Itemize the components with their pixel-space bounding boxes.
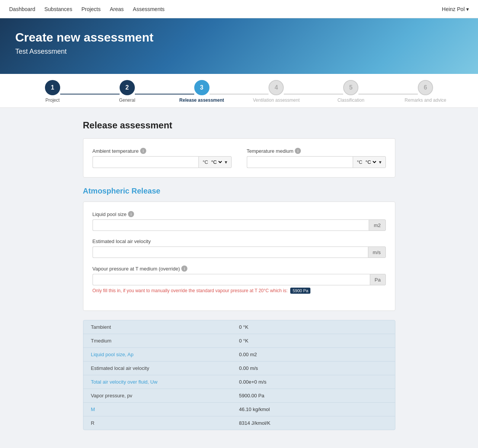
table-cell-label: Tmedium [91, 338, 239, 344]
ambient-temp-input-group: °C °C °F K ▾ [93, 156, 232, 168]
temperature-row: Ambient temperature i °C °C °F K ▾ [93, 148, 386, 168]
table-row: R 8314 J/kmol/K [83, 416, 395, 430]
temp-medium-label: Temperature medium i [247, 148, 386, 154]
table-cell-label: Tambient [91, 324, 239, 330]
table-cell-value: 8314 J/kmol/K [239, 420, 387, 426]
step-label-3: Release assessment [179, 98, 224, 103]
step-circle-4: 4 [269, 80, 284, 95]
nav-dashboard[interactable]: Dashboard [9, 6, 35, 12]
table-cell-label: M [91, 406, 239, 412]
table-cell-value: 46.10 kg/kmol [239, 406, 387, 412]
vapour-pressure-input[interactable] [93, 274, 370, 285]
table-cell-label: Total air velocity over fluid, Uw [91, 379, 239, 385]
table-row: Liquid pool size, Ap 0.00 m2 [83, 348, 395, 362]
liquid-pool-group: Liquid pool size i m2 [93, 211, 386, 231]
ambient-unit-chevron-icon: ▾ [225, 159, 227, 165]
step-4: 4 Ventilation assessment [239, 80, 313, 103]
username-label: Heinz Pol [442, 6, 465, 12]
liquid-pool-input-group: m2 [93, 219, 386, 231]
table-cell-label: Vapor pressure, pv [91, 393, 239, 398]
table-cell-value: 5900.00 Pa [239, 393, 387, 398]
nav-areas[interactable]: Areas [110, 6, 124, 12]
step-circle-5: 5 [343, 80, 358, 95]
hero-title: Create new assessment [15, 30, 463, 45]
section-title: Release assessment [83, 120, 395, 131]
step-2[interactable]: 2 General [90, 80, 165, 103]
atmospheric-release-title: Atmospheric Release [83, 187, 395, 195]
air-velocity-input-group: m/s [93, 246, 386, 258]
nav-assessments[interactable]: Assessments [133, 6, 165, 12]
step-label-4: Ventilation assessment [253, 98, 300, 103]
temp-medium-info-icon[interactable]: i [295, 148, 301, 154]
vapour-pressure-label: Vapour pressure at T medium (override) i [93, 266, 386, 272]
hero-subtitle: Test Assessment [15, 48, 463, 56]
override-hint: Only fill this in, if you want to manual… [93, 288, 386, 294]
vapour-pressure-unit: Pa [370, 274, 386, 285]
step-label-2: General [119, 98, 135, 103]
step-3[interactable]: 3 Release assessment [165, 80, 239, 103]
temp-medium-input-group: °C °C °F K ▾ [247, 156, 386, 168]
step-label-6: Remarks and advice [404, 98, 446, 103]
temp-medium-chevron-icon: ▾ [379, 159, 382, 165]
table-row: Estimated local air velocity 0.00 m/s [83, 362, 395, 375]
temp-medium-unit[interactable]: °C °C °F K ▾ [353, 156, 386, 168]
temp-medium-group: Temperature medium i °C °C °F K ▾ [247, 148, 386, 168]
temperature-card: Ambient temperature i °C °C °F K ▾ [83, 138, 395, 178]
nav-projects[interactable]: Projects [82, 6, 101, 12]
table-row: Total air velocity over fluid, Uw 0.00e+… [83, 375, 395, 389]
liquid-pool-unit: m2 [369, 219, 385, 231]
step-circle-6: 6 [418, 80, 433, 95]
stepper: 1 Project 2 General 3 Release assessment… [15, 74, 463, 107]
vapour-pressure-input-group: Pa [93, 274, 386, 285]
step-label-5: Classification [337, 98, 364, 103]
user-menu[interactable]: Heinz Pol ▾ [442, 6, 469, 12]
hero-banner: Create new assessment Test Assessment [0, 18, 478, 74]
air-velocity-unit: m/s [368, 246, 386, 258]
step-5: 5 Classification [313, 80, 388, 103]
table-row: Tambient 0 °K [83, 320, 395, 334]
ambient-temp-info-icon[interactable]: i [140, 148, 146, 154]
temp-medium-input[interactable] [247, 156, 353, 168]
table-cell-value: 0 °K [239, 324, 387, 330]
step-circle-3: 3 [194, 80, 209, 95]
table-cell-value: 0 °K [239, 338, 387, 344]
user-dropdown-icon: ▾ [466, 6, 469, 12]
air-velocity-input[interactable] [93, 246, 368, 258]
ambient-temp-label: Ambient temperature i [93, 148, 232, 154]
vapour-pressure-info-icon[interactable]: i [181, 266, 187, 272]
ambient-temp-unit[interactable]: °C °C °F K ▾ [198, 156, 232, 168]
step-circle-1: 1 [45, 80, 60, 95]
liquid-pool-input[interactable] [93, 219, 369, 231]
air-velocity-label: Estimated local air velocity [93, 238, 386, 244]
atmospheric-release-card: Liquid pool size i m2 Estimated local ai… [83, 202, 395, 311]
table-row: Vapor pressure, pv 5900.00 Pa [83, 389, 395, 403]
table-cell-value: 0.00 m/s [239, 365, 387, 371]
nav-links: Dashboard Substances Projects Areas Asse… [9, 6, 442, 12]
ambient-temp-group: Ambient temperature i °C °C °F K ▾ [93, 148, 232, 168]
temp-medium-unit-select[interactable]: °C °F K [364, 159, 377, 165]
data-table: Tambient 0 °K Tmedium 0 °K Liquid pool s… [83, 320, 395, 430]
nav-substances[interactable]: Substances [45, 6, 72, 12]
liquid-pool-info-icon[interactable]: i [128, 211, 134, 217]
table-cell-label: R [91, 420, 239, 426]
ambient-temp-unit-select[interactable]: °C °F K [210, 159, 223, 165]
step-1[interactable]: 1 Project [15, 80, 90, 103]
override-value-badge: 5900 Pa [290, 288, 310, 294]
table-cell-value: 0.00 m2 [239, 352, 387, 357]
table-row: M 46.10 kg/kmol [83, 403, 395, 416]
main-content: Release assessment Ambient temperature i… [75, 120, 403, 430]
ambient-temp-input[interactable] [93, 156, 198, 168]
table-row: Tmedium 0 °K [83, 334, 395, 348]
step-circle-2: 2 [120, 80, 135, 95]
vapour-pressure-group: Vapour pressure at T medium (override) i… [93, 266, 386, 294]
liquid-pool-label: Liquid pool size i [93, 211, 386, 217]
stepper-container: 1 Project 2 General 3 Release assessment… [0, 74, 478, 108]
table-cell-value: 0.00e+0 m/s [239, 379, 387, 385]
table-cell-label: Estimated local air velocity [91, 365, 239, 371]
air-velocity-group: Estimated local air velocity m/s [93, 238, 386, 258]
step-label-1: Project [45, 98, 59, 103]
table-cell-label: Liquid pool size, Ap [91, 352, 239, 357]
navbar: Dashboard Substances Projects Areas Asse… [0, 0, 478, 18]
step-6: 6 Remarks and advice [388, 80, 463, 103]
